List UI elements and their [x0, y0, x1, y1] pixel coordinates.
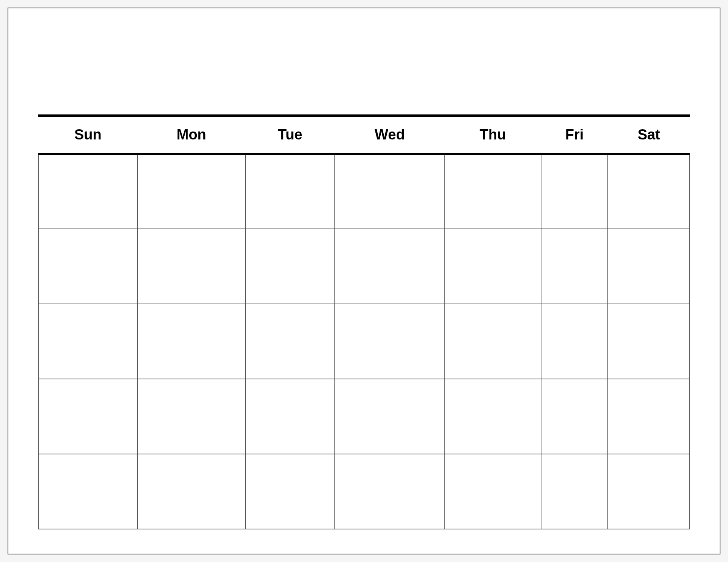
calendar-day-cell	[541, 229, 608, 304]
calendar-header-row: Sun Mon Tue Wed Thu Fri Sat	[38, 116, 690, 154]
calendar-day-cell	[38, 229, 138, 304]
calendar-day-cell	[445, 304, 541, 379]
calendar-week-row	[38, 229, 690, 304]
calendar-container: Sun Mon Tue Wed Thu Fri Sat	[38, 114, 690, 529]
calendar-body	[38, 154, 690, 529]
calendar-day-cell	[335, 229, 445, 304]
day-header-fri: Fri	[541, 116, 608, 154]
calendar-day-cell	[608, 379, 690, 454]
calendar-day-cell	[138, 454, 246, 529]
day-header-thu: Thu	[445, 116, 541, 154]
calendar-day-cell	[335, 454, 445, 529]
calendar-day-cell	[335, 304, 445, 379]
calendar-week-row	[38, 154, 690, 229]
calendar-day-cell	[245, 379, 335, 454]
calendar-day-cell	[608, 304, 690, 379]
calendar-day-cell	[335, 154, 445, 229]
calendar-day-cell	[541, 379, 608, 454]
calendar-day-cell	[138, 154, 246, 229]
calendar-day-cell	[245, 154, 335, 229]
calendar-day-cell	[138, 229, 246, 304]
calendar-day-cell	[541, 454, 608, 529]
calendar-week-row	[38, 379, 690, 454]
calendar-table: Sun Mon Tue Wed Thu Fri Sat	[38, 114, 690, 529]
day-header-wed: Wed	[335, 116, 445, 154]
calendar-day-cell	[445, 454, 541, 529]
calendar-day-cell	[608, 154, 690, 229]
calendar-day-cell	[245, 454, 335, 529]
day-header-sat: Sat	[608, 116, 690, 154]
calendar-day-cell	[245, 304, 335, 379]
calendar-day-cell	[38, 304, 138, 379]
calendar-day-cell	[445, 229, 541, 304]
calendar-day-cell	[38, 379, 138, 454]
calendar-day-cell	[138, 304, 246, 379]
calendar-day-cell	[445, 154, 541, 229]
calendar-day-cell	[138, 379, 246, 454]
day-header-tue: Tue	[245, 116, 335, 154]
day-header-mon: Mon	[138, 116, 246, 154]
calendar-week-row	[38, 454, 690, 529]
calendar-day-cell	[245, 229, 335, 304]
calendar-day-cell	[38, 154, 138, 229]
calendar-day-cell	[541, 304, 608, 379]
calendar-week-row	[38, 304, 690, 379]
calendar-day-cell	[608, 454, 690, 529]
document-page: Sun Mon Tue Wed Thu Fri Sat	[8, 8, 720, 554]
day-header-sun: Sun	[38, 116, 138, 154]
calendar-day-cell	[445, 379, 541, 454]
calendar-day-cell	[38, 454, 138, 529]
calendar-day-cell	[608, 229, 690, 304]
calendar-day-cell	[335, 379, 445, 454]
calendar-day-cell	[541, 154, 608, 229]
